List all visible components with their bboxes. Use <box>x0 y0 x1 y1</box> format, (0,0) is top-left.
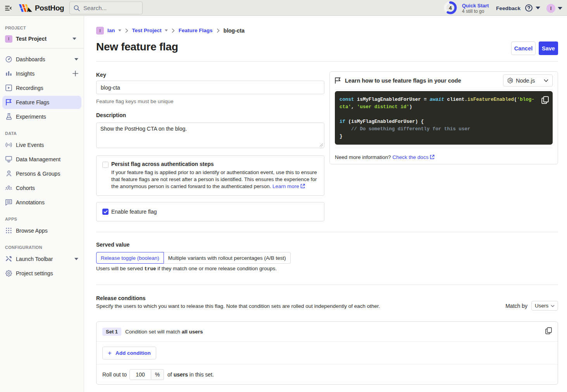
svg-text:JS: JS <box>509 79 512 82</box>
